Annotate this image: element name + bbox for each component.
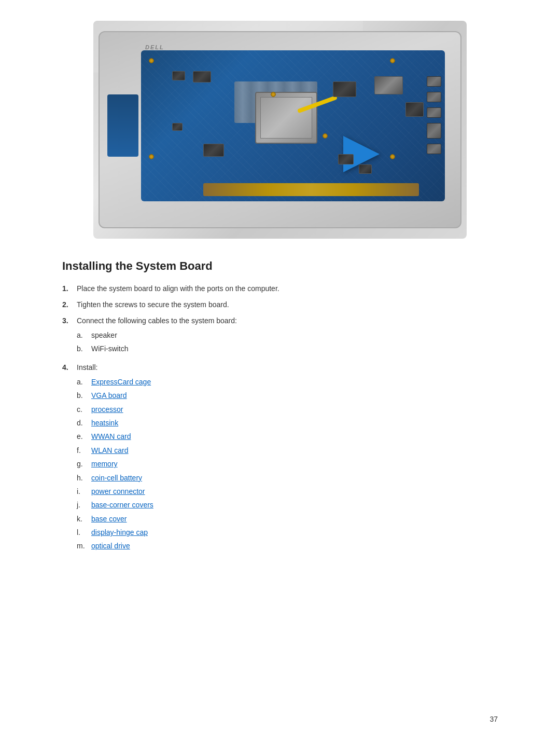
connector-strip [203, 183, 419, 196]
step-4m: m. optical drive [77, 540, 498, 552]
chip-1 [172, 71, 185, 80]
chip-3 [172, 123, 183, 131]
power-connector-link[interactable]: power connector [91, 487, 145, 495]
step-1-number: 1. [62, 283, 77, 294]
chip-6 [359, 164, 372, 174]
step-4m-link-wrapper: optical drive [91, 540, 498, 552]
step-3-text: Connect the following cables to the syst… [77, 316, 237, 325]
step-4f-link-wrapper: WLAN card [91, 445, 498, 456]
step-4j-label: j. [77, 499, 91, 511]
port-5 [427, 144, 441, 154]
step-4m-label: m. [77, 540, 91, 552]
optical-drive-link[interactable]: optical drive [91, 542, 130, 550]
screw-6 [323, 133, 328, 139]
pcb-board [141, 50, 445, 201]
step-4g-link-wrapper: memory [91, 458, 498, 470]
step-2: 2. Tighten the screws to secure the syst… [62, 299, 498, 310]
processor-link[interactable]: processor [91, 405, 123, 414]
chip-4 [203, 144, 224, 157]
step-4a-label: a. [77, 376, 91, 388]
step-2-number: 2. [62, 299, 77, 310]
step-4h-link-wrapper: coin-cell battery [91, 472, 498, 484]
chip-9 [405, 102, 424, 117]
step-4-text: Install: [77, 363, 97, 371]
step-4-content: Install: a. ExpressCard cage b. VGA boar… [77, 362, 498, 554]
step-4b-label: b. [77, 390, 91, 401]
step-4d-label: d. [77, 417, 91, 429]
step-4j-link-wrapper: base-corner covers [91, 499, 498, 511]
step-4d-link-wrapper: heatsink [91, 417, 498, 429]
step-4e-label: e. [77, 431, 91, 442]
step-3-number: 3. [62, 315, 77, 357]
motherboard-diagram: DELL [93, 21, 467, 239]
step-4e-link-wrapper: WWAN card [91, 431, 498, 442]
vga-board-link[interactable]: VGA board [91, 391, 127, 399]
step-4-sublist: a. ExpressCard cage b. VGA board c. proc… [77, 376, 498, 552]
section-title: Installing the System Board [62, 259, 498, 273]
step-3a-label: a. [77, 329, 91, 341]
step-4l: l. display-hinge cap [77, 527, 498, 538]
step-4k: k. base cover [77, 513, 498, 525]
step-4: 4. Install: a. ExpressCard cage b. VGA b… [62, 362, 498, 554]
chip-5 [338, 154, 354, 164]
expresscard-cage-link[interactable]: ExpressCard cage [91, 378, 151, 386]
step-3-content: Connect the following cables to the syst… [77, 315, 498, 357]
side-board [107, 94, 138, 157]
base-corner-covers-link[interactable]: base-corner covers [91, 501, 153, 509]
page-container: DELL Installing the System Board 1. Plac… [0, 0, 560, 744]
steps-list: 1. Place the system board to align with … [62, 283, 498, 554]
base-cover-link[interactable]: base cover [91, 515, 127, 523]
screw-5 [271, 92, 276, 97]
port-4 [427, 123, 441, 139]
port-3 [427, 107, 441, 118]
step-4a: a. ExpressCard cage [77, 376, 498, 388]
wlan-card-link[interactable]: WLAN card [91, 446, 129, 454]
step-3-sublist: a. speaker b. WiFi-switch [77, 329, 498, 355]
chip-8 [374, 76, 403, 94]
display-hinge-cap-link[interactable]: display-hinge cap [91, 528, 148, 536]
page-number: 37 [489, 715, 498, 723]
step-4c: c. processor [77, 404, 498, 415]
step-4f-label: f. [77, 445, 91, 456]
step-4g: g. memory [77, 458, 498, 470]
step-4-number: 4. [62, 362, 77, 554]
step-4k-link-wrapper: base cover [91, 513, 498, 525]
coin-cell-battery-link[interactable]: coin-cell battery [91, 474, 142, 482]
image-section: DELL [62, 21, 498, 239]
step-3b-text: WiFi-switch [91, 343, 498, 354]
step-1: 1. Place the system board to align with … [62, 283, 498, 294]
step-1-text: Place the system board to align with the… [77, 283, 498, 294]
step-3: 3. Connect the following cables to the s… [62, 315, 498, 357]
right-connectors [427, 76, 442, 180]
step-4k-label: k. [77, 513, 91, 525]
memory-link[interactable]: memory [91, 460, 118, 468]
step-4h: h. coin-cell battery [77, 472, 498, 484]
step-4f: f. WLAN card [77, 445, 498, 456]
step-4c-link-wrapper: processor [91, 404, 498, 415]
step-3b: b. WiFi-switch [77, 343, 498, 354]
step-4e: e. WWAN card [77, 431, 498, 442]
step-4b-link-wrapper: VGA board [91, 390, 498, 401]
step-4i-link-wrapper: power connector [91, 486, 498, 497]
chip-2 [193, 71, 211, 82]
screw-3 [149, 154, 154, 159]
step-3a: a. speaker [77, 329, 498, 341]
dell-logo: DELL [145, 44, 164, 50]
heatsink-link[interactable]: heatsink [91, 419, 118, 427]
step-4i: i. power connector [77, 486, 498, 497]
step-4a-link-wrapper: ExpressCard cage [91, 376, 498, 388]
screw-4 [390, 154, 395, 159]
step-4l-link-wrapper: display-hinge cap [91, 527, 498, 538]
port-2 [427, 92, 441, 102]
laptop-base [99, 31, 461, 228]
step-4l-label: l. [77, 527, 91, 538]
chip-7 [333, 81, 356, 97]
wwan-card-link[interactable]: WWAN card [91, 432, 131, 440]
step-4i-label: i. [77, 486, 91, 497]
step-4d: d. heatsink [77, 417, 498, 429]
port-1 [427, 76, 441, 87]
step-3a-text: speaker [91, 329, 498, 341]
step-4j: j. base-corner covers [77, 499, 498, 511]
step-4b: b. VGA board [77, 390, 498, 401]
step-3b-label: b. [77, 343, 91, 354]
